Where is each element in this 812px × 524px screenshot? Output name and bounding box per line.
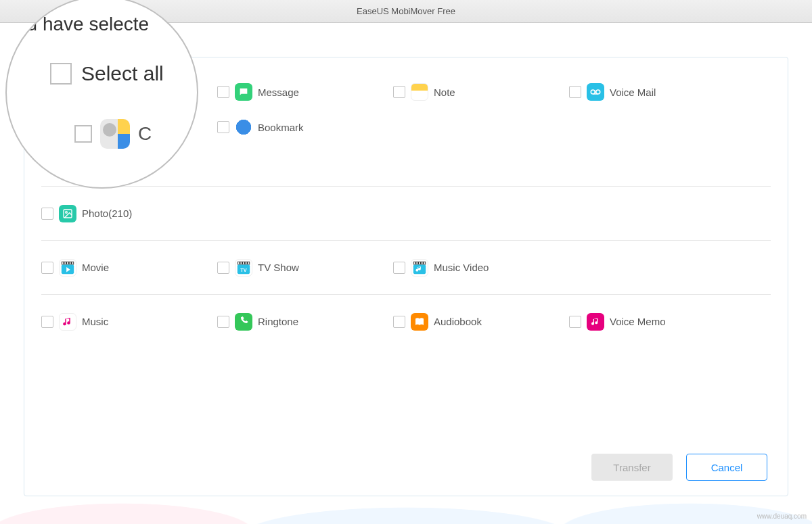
cancel-button[interactable]: Cancel [686,454,767,481]
magnifier-contact-row: C [7,85,197,149]
voicememo-icon [587,313,604,331]
svg-rect-24 [419,262,420,264]
item-music: Music [41,313,210,331]
checkbox-voicememo[interactable] [569,316,581,328]
row-photo: Photo(210) [41,186,771,240]
label-tvshow: TV Show [258,262,299,273]
checkbox-voicemail[interactable] [569,86,581,98]
watermark-text: www.deuaq.com [757,513,807,520]
label-voicememo: Voice Memo [610,316,666,327]
button-bar: Transfer Cancel [591,454,767,481]
item-audiobook: Audiobook [393,313,562,331]
item-bookmark: Bookmark [217,118,386,136]
musicvideo-icon [411,259,428,277]
tvshow-icon: TV [235,259,252,277]
note-icon [411,83,428,101]
svg-rect-23 [416,262,418,264]
svg-rect-26 [424,262,425,264]
label-bookmark: Bookmark [258,122,304,133]
magnifier-select-all-row: Select all [7,35,197,85]
ringtone-icon [235,313,252,331]
item-tvshow: TV TV Show [217,259,386,277]
svg-rect-15 [240,262,242,264]
movie-icon [59,259,76,277]
select-all-label: Select all [81,62,164,85]
svg-rect-14 [238,262,240,264]
svg-text:TV: TV [240,266,246,272]
checkbox-tvshow[interactable] [217,262,229,274]
item-photo: Photo(210) [41,205,210,222]
checkbox-message[interactable] [217,86,229,98]
item-movie: Movie [41,259,210,277]
row-video: Movie TV TV Show Music Video [41,240,771,294]
contact-icon [100,119,130,149]
window-title: EaseUS MobiMover Free [357,6,455,16]
svg-rect-7 [64,262,66,264]
svg-rect-25 [422,262,423,264]
svg-rect-9 [70,262,71,264]
checkbox-music[interactable] [41,316,53,328]
item-voicemail: Voice Mail [569,83,738,101]
svg-rect-18 [248,262,249,264]
label-audiobook: Audiobook [434,316,482,327]
voicemail-icon [587,83,604,101]
checkbox-movie[interactable] [41,262,53,274]
checkbox-ringtone[interactable] [217,316,229,328]
label-contact-partial: C [138,123,152,145]
transfer-button[interactable]: Transfer [591,454,673,481]
svg-rect-8 [67,262,68,264]
checkbox-bookmark[interactable] [217,121,229,133]
row-audio: Music Ringtone Audiobook Voice Memo [41,294,771,348]
item-note: Note [393,83,562,101]
audiobook-icon [411,313,428,331]
svg-rect-10 [72,262,73,264]
svg-point-4 [66,211,68,213]
label-ringtone: Ringtone [258,316,298,327]
magnifier-callout: ou have selecte Select all C [5,0,198,189]
checkbox-note[interactable] [393,86,405,98]
label-music: Music [82,316,108,327]
photo-icon [59,205,76,222]
label-musicvid: Music Video [434,262,489,273]
label-movie: Movie [82,262,109,273]
item-voicememo: Voice Memo [569,313,738,331]
svg-rect-17 [246,262,247,264]
svg-rect-22 [414,262,415,264]
message-icon [235,83,252,101]
checkbox-audiobook[interactable] [393,316,405,328]
label-message: Message [258,87,299,98]
svg-point-0 [591,90,595,94]
select-all-checkbox[interactable] [50,63,72,85]
label-voicemail: Voice Mail [610,87,656,98]
label-note: Note [434,87,455,98]
svg-rect-6 [62,262,64,264]
svg-rect-16 [243,262,244,264]
checkbox-contact[interactable] [74,125,92,143]
music-icon [59,313,76,331]
label-photo: Photo(210) [82,208,132,219]
checkbox-musicvid[interactable] [393,262,405,274]
item-musicvid: Music Video [393,259,562,277]
svg-point-1 [596,90,600,94]
item-message: Message [217,83,386,101]
checkbox-photo[interactable] [41,208,53,220]
bookmark-icon [235,118,252,136]
item-ringtone: Ringtone [217,313,386,331]
